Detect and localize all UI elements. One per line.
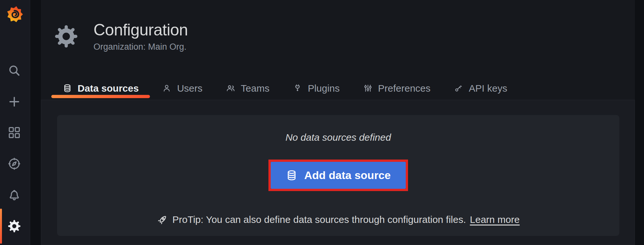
empty-list-cta-panel: No data sources defined Add data source … <box>57 115 619 236</box>
sidebar-item-explore[interactable] <box>7 157 21 171</box>
sidebar-item-alerting[interactable] <box>7 188 21 202</box>
tab-label: Users <box>177 83 202 94</box>
grafana-configuration-screen: Configuration Organization: Main Org. Da… <box>0 0 644 245</box>
protip-text: ProTip: You can also define data sources… <box>172 214 466 225</box>
database-icon <box>63 84 72 93</box>
active-item-indicator <box>0 209 2 244</box>
tab-data-sources[interactable]: Data sources <box>51 78 150 98</box>
sidebar-item-configuration[interactable] <box>7 219 21 233</box>
tab-content-panel: No data sources defined Add data source … <box>41 100 635 245</box>
configuration-gear-icon <box>7 219 21 233</box>
tab-preferences[interactable]: Preferences <box>352 78 442 98</box>
protip-row: ProTip: You can also define data sources… <box>157 214 520 226</box>
database-icon <box>286 169 298 181</box>
tab-api-keys[interactable]: API keys <box>442 78 519 98</box>
users-icon <box>226 84 235 93</box>
plug-icon <box>293 84 302 93</box>
tab-label: Preferences <box>378 83 431 94</box>
add-data-source-button-label: Add data source <box>304 169 390 182</box>
rocket-icon <box>157 214 168 226</box>
add-data-source-button[interactable]: Add data source <box>271 162 405 189</box>
alerting-bell-icon <box>7 188 21 202</box>
search-icon <box>7 64 21 77</box>
grafana-flame-icon <box>6 5 24 23</box>
page-title: Configuration <box>93 21 188 39</box>
tab-label: API keys <box>469 83 507 94</box>
sidebar-item-search[interactable] <box>7 63 21 78</box>
plus-icon <box>7 95 21 109</box>
page-header: Configuration Organization: Main Org. <box>41 0 635 78</box>
gear-icon <box>54 24 79 49</box>
explore-compass-icon <box>7 157 21 171</box>
tab-bar: Data sources Users Teams Plugins Prefere… <box>51 78 519 100</box>
user-icon <box>162 84 171 93</box>
sliders-icon <box>363 84 373 93</box>
main-content: Configuration Organization: Main Org. Da… <box>41 0 635 245</box>
tab-label: Plugins <box>308 83 340 94</box>
sidebar <box>0 0 30 245</box>
dashboards-grid-icon <box>7 126 21 139</box>
tab-label: Teams <box>241 83 269 94</box>
tab-plugins[interactable]: Plugins <box>281 78 351 98</box>
grafana-logo[interactable] <box>6 5 24 23</box>
tab-users[interactable]: Users <box>150 78 214 98</box>
highlight-annotation-box: Add data source <box>268 160 408 191</box>
header-text: Configuration Organization: Main Org. <box>93 21 188 52</box>
sidebar-item-create[interactable] <box>7 95 21 109</box>
sidebar-item-dashboards[interactable] <box>7 125 21 140</box>
tab-teams[interactable]: Teams <box>214 78 281 98</box>
tab-label: Data sources <box>78 83 139 94</box>
empty-state-message: No data sources defined <box>285 132 391 143</box>
learn-more-link[interactable]: Learn more <box>470 214 520 225</box>
page-subtitle: Organization: Main Org. <box>93 42 188 52</box>
key-icon <box>454 84 463 93</box>
